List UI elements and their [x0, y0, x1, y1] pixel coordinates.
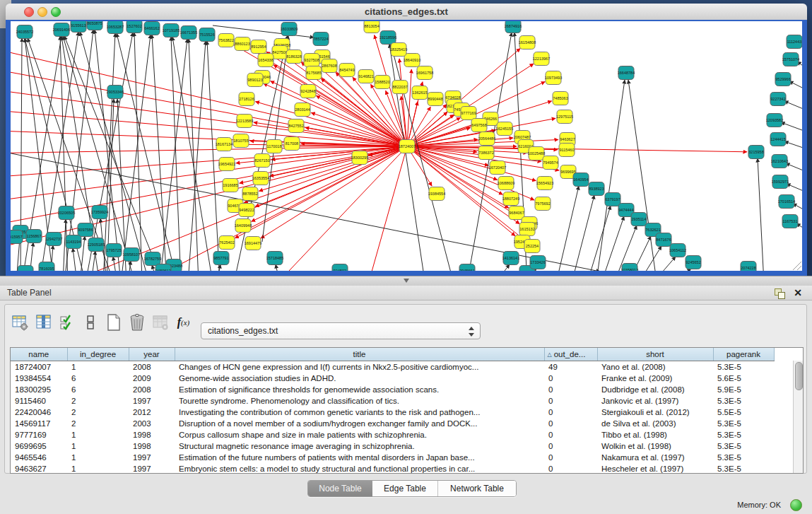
- cell-in_degree[interactable]: 1: [67, 452, 129, 463]
- cell-year[interactable]: 2012: [129, 407, 175, 418]
- table-row[interactable]: 1938455462009Genome-wide association stu…: [11, 373, 774, 384]
- vertical-scrollbar[interactable]: [793, 361, 803, 473]
- cell-in_degree[interactable]: 1: [67, 429, 129, 440]
- cell-name[interactable]: 18300295: [11, 384, 67, 395]
- cell-year[interactable]: 2003: [129, 418, 175, 429]
- column-edit-icon[interactable]: [34, 313, 53, 332]
- cell-title[interactable]: Estimation of significance thresholds fo…: [175, 384, 544, 395]
- network-canvas[interactable]: 2403557220691406915561386508751065328715…: [11, 21, 802, 271]
- column-header-name[interactable]: name: [11, 348, 67, 361]
- resize-grip-icon[interactable]: [797, 266, 801, 270]
- cell-name[interactable]: 18724007: [11, 361, 67, 373]
- table-row[interactable]: 1456911722003Disruption of a novel membe…: [11, 418, 774, 429]
- column-header-title[interactable]: title: [175, 348, 544, 361]
- cell-title[interactable]: Estimation of the future numbers of pati…: [175, 452, 544, 463]
- cell-out_de[interactable]: 0: [544, 429, 597, 440]
- table-settings-icon[interactable]: [11, 313, 30, 332]
- column-header-short[interactable]: short: [597, 348, 713, 361]
- cell-in_degree[interactable]: 2: [67, 407, 129, 418]
- cell-pagerank[interactable]: 5.3E-5: [713, 395, 774, 407]
- close-icon[interactable]: ✕: [794, 287, 802, 298]
- cell-pagerank[interactable]: 5.3E-5: [713, 463, 774, 474]
- cell-short[interactable]: Stergiakouli et al. (2012): [597, 407, 713, 418]
- cell-out_de[interactable]: 0: [544, 463, 597, 474]
- cell-pagerank[interactable]: 5.9E-5: [713, 384, 774, 395]
- cell-year[interactable]: 2008: [129, 384, 175, 395]
- select-rows-icon[interactable]: [57, 313, 76, 332]
- table-row[interactable]: 2242004622012Investigating the contribut…: [11, 407, 774, 418]
- network-window-titlebar[interactable]: citations_edges.txt: [6, 4, 807, 21]
- cell-in_degree[interactable]: 1: [67, 463, 129, 474]
- cell-out_de[interactable]: 0: [544, 384, 597, 395]
- table-row[interactable]: 946554611997Estimation of the future num…: [11, 452, 774, 463]
- cell-in_degree[interactable]: 1: [67, 361, 129, 373]
- tab-edge-table[interactable]: Edge Table: [372, 481, 437, 496]
- cell-title[interactable]: Investigating the contribution of common…: [175, 407, 544, 418]
- cell-title[interactable]: Corpus callosum shape and size in male p…: [175, 429, 544, 440]
- cell-short[interactable]: Nakamura et al. (1997): [597, 452, 713, 463]
- cell-name[interactable]: 9465546: [11, 452, 67, 463]
- delete-table-icon[interactable]: [151, 313, 170, 332]
- cell-short[interactable]: Wolkin et al. (1998): [597, 440, 713, 452]
- cell-title[interactable]: Changes of HCN gene expression and I(f) …: [175, 361, 544, 373]
- new-file-icon[interactable]: [104, 313, 123, 332]
- cell-out_de[interactable]: 0: [544, 452, 597, 463]
- cell-name[interactable]: 9115460: [11, 395, 67, 407]
- float-window-icon[interactable]: [775, 288, 784, 298]
- network-graph[interactable]: 2403557220691406915561386508751065328715…: [11, 21, 802, 271]
- cell-name[interactable]: 14569117: [11, 418, 67, 429]
- function-builder-icon[interactable]: f(x): [174, 313, 193, 332]
- cell-short[interactable]: Yano et al. (2008): [597, 361, 713, 373]
- table-row[interactable]: 977716911998Corpus callosum shape and si…: [11, 429, 774, 440]
- cell-title[interactable]: Genome-wide association studies in ADHD.: [175, 373, 544, 384]
- split-pane-divider[interactable]: [0, 276, 812, 286]
- cell-out_de[interactable]: 0: [544, 418, 597, 429]
- cell-pagerank[interactable]: 5.3E-5: [713, 452, 774, 463]
- cell-title[interactable]: Disruption of a novel member of a sodium…: [175, 418, 544, 429]
- cell-out_de[interactable]: 0: [544, 407, 597, 418]
- cell-out_de[interactable]: 0: [544, 395, 597, 407]
- cell-pagerank[interactable]: 5.3E-5: [713, 361, 774, 373]
- table-row[interactable]: 911546021997Tourette syndrome. Phenomeno…: [11, 395, 774, 407]
- cell-year[interactable]: 2008: [129, 361, 175, 373]
- cell-out_de[interactable]: 0: [544, 440, 597, 452]
- tab-node-table[interactable]: Node Table: [308, 481, 372, 496]
- cell-in_degree[interactable]: 2: [67, 395, 129, 407]
- tab-network-table[interactable]: Network Table: [437, 481, 516, 496]
- cell-year[interactable]: 1997: [129, 452, 175, 463]
- cell-year[interactable]: 1998: [129, 440, 175, 452]
- cell-name[interactable]: 9777169: [11, 429, 67, 440]
- cell-name[interactable]: 22420046: [11, 407, 67, 418]
- cell-title[interactable]: Structural magnetic resonance image aver…: [175, 440, 544, 452]
- cell-in_degree[interactable]: 6: [67, 384, 129, 395]
- divider-handle-icon[interactable]: [404, 279, 409, 283]
- cell-pagerank[interactable]: 5.3E-5: [713, 418, 774, 429]
- table-row[interactable]: 1830029562008Estimation of significance …: [11, 384, 774, 395]
- cell-title[interactable]: Embryonic stem cells: a model to study s…: [175, 463, 544, 474]
- cell-in_degree[interactable]: 6: [67, 373, 129, 384]
- cell-name[interactable]: 9699695: [11, 440, 67, 452]
- column-header-year[interactable]: year: [129, 348, 175, 361]
- cell-short[interactable]: Hescheler et al. (1997): [597, 463, 713, 474]
- table-select-dropdown[interactable]: citations_edges.txt: [201, 322, 481, 339]
- cell-year[interactable]: 1998: [129, 429, 175, 440]
- resize-grip-icon[interactable]: [793, 262, 801, 270]
- cell-year[interactable]: 1997: [129, 463, 175, 474]
- row-height-icon[interactable]: [81, 313, 100, 332]
- cell-pagerank[interactable]: 5.6E-5: [713, 373, 774, 384]
- cell-in_degree[interactable]: 1: [67, 440, 129, 452]
- cell-short[interactable]: Dudbridge et al. (2008): [597, 384, 713, 395]
- cell-in_degree[interactable]: 2: [67, 418, 129, 429]
- cell-pagerank[interactable]: 5.5E-5: [713, 407, 774, 418]
- cell-short[interactable]: Jankovic et al. (1997): [597, 395, 713, 407]
- column-header-pagerank[interactable]: pagerank: [713, 348, 774, 361]
- cell-year[interactable]: 2009: [129, 373, 175, 384]
- table-row[interactable]: 946362711997Embryonic stem cells: a mode…: [11, 463, 774, 474]
- cell-pagerank[interactable]: 5.3E-5: [713, 429, 774, 440]
- cell-name[interactable]: 19384554: [11, 373, 67, 384]
- table-row[interactable]: 1872400712008Changes of HCN gene express…: [11, 361, 774, 373]
- cell-short[interactable]: Franke et al. (2009): [597, 373, 713, 384]
- column-header-in_degree[interactable]: in_degree: [67, 348, 129, 361]
- table-row[interactable]: 969969511998Structural magnetic resonanc…: [11, 440, 774, 452]
- cell-pagerank[interactable]: 5.3E-5: [713, 440, 774, 452]
